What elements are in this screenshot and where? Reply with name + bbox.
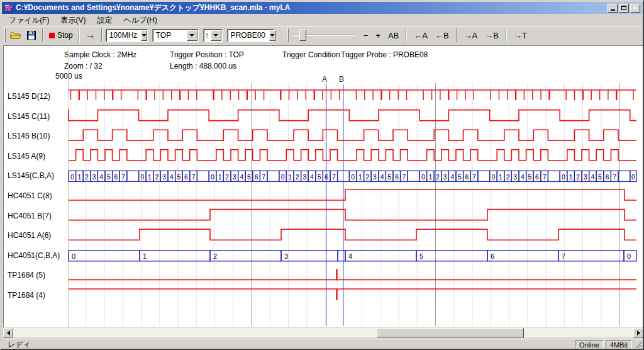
move-a-right-button[interactable]: →A [460,28,482,43]
scroll-left-button[interactable] [3,328,13,337]
single-run-button[interactable]: → [83,28,98,43]
sample-clock-combobox[interactable]: 100MHz [106,29,148,42]
status-bar: レディ Online 4MBit [3,339,643,350]
goto-ab-button[interactable]: AB [384,28,402,43]
move-b-right-button[interactable]: →B [481,28,502,43]
floppy-disk-icon [27,31,36,40]
horizontal-scrollbar[interactable] [3,328,643,337]
app-window: C:¥Documents and Settings¥noname¥デスクトップ¥… [0,0,644,350]
move-b-left-button[interactable]: ←B [431,28,453,43]
cursor-a-label[interactable]: A [322,75,327,84]
trigger-position-combobox[interactable]: TOP [152,29,199,42]
menu-item[interactable]: ヘルプ(H) [118,14,163,27]
trigger-probe-combobox[interactable]: PROBE00 [227,29,274,42]
minimize-button[interactable] [608,4,618,13]
channel-label[interactable]: LS145(C,B,A) [8,171,54,180]
stop-icon [49,33,55,38]
goto-trigger-button[interactable]: →T [510,28,531,43]
toolbar-separator [406,28,407,42]
toolbar-separator [79,28,80,42]
channel-label[interactable]: LS145 A(9) [8,152,45,161]
toolbar-separator [456,28,457,42]
memory-status-badge: 4MBit [606,340,632,349]
combo-dropdown-button[interactable] [211,30,221,41]
channel-label[interactable]: TP1684 (5) [8,271,45,279]
arrow-right-icon [637,330,640,336]
menu-item[interactable]: ファイル(F) [3,14,55,27]
channel-label[interactable]: HC4051 C(8) [8,191,52,200]
zoom-info: Zoom : / 32 [64,62,103,71]
channel-label[interactable]: HC4051 B(7) [8,212,52,220]
move-a-left-button[interactable]: ←A [410,28,431,43]
toolbar-separator [282,28,283,42]
combo-dropdown-button[interactable] [187,30,197,41]
length-info: Length : 488.000 us [170,62,236,71]
trigger-edge-combobox[interactable]: ↑ [203,29,223,42]
menu-item[interactable]: 表示(V) [55,14,91,27]
trigger-condition-info: Trigger Condition : ↓ [282,50,350,59]
arrow-left-icon [7,330,10,336]
maximize-button[interactable] [619,4,629,13]
zoom-slider[interactable] [292,28,355,42]
channel-label[interactable]: HC4051(C,B,A) [8,251,60,260]
close-button[interactable]: × [630,4,640,13]
toolbar-separator [506,28,507,42]
toolbar: Stop → 100MHz TOP ↑ PROBE00 − + AB [2,26,642,44]
toolbar-grip[interactable] [4,28,6,42]
channel-label[interactable]: TP1684 (4) [8,291,45,300]
waveform-panel [3,45,643,327]
toolbar-grip[interactable] [287,28,289,42]
trigger-probe-info: Trigger Probe : PROBE08 [341,50,428,59]
toolbar-separator [101,28,103,42]
open-file-button[interactable] [8,28,24,43]
toolbar-separator [42,28,43,42]
zoom-in-button[interactable]: + [372,28,384,43]
time-scale-label: 5000 us [55,72,82,81]
channel-label[interactable]: HC4051 A(6) [8,231,51,240]
resize-grip[interactable] [634,341,642,349]
trigger-probe-value: PROBE00 [228,31,269,40]
window-title: C:¥Documents and Settings¥noname¥デスクトップ¥… [16,3,604,13]
label-column-divider [68,45,69,327]
channel-label[interactable]: LS145 B(10) [8,132,50,140]
trigger-edge-value: ↑ [204,31,210,40]
scroll-right-button[interactable] [633,328,643,337]
chevron-down-icon [270,34,275,37]
sample-clock-info: Sample Clock : 2MHz [64,50,136,59]
chevron-down-icon [142,34,147,37]
save-button[interactable] [24,28,39,43]
minimize-icon [611,9,615,11]
stop-label: Stop [57,31,73,40]
zoom-slider-handle[interactable] [299,30,306,41]
app-icon [4,4,13,13]
combo-dropdown-button[interactable] [141,30,147,41]
channel-label[interactable]: LS145 D(12) [8,92,50,101]
trigger-position-value: TOP [153,31,186,40]
menu-bar: ファイル(F)表示(V)設定ヘルプ(H) [2,14,642,26]
scrollbar-thumb[interactable] [377,328,524,337]
channel-label[interactable]: LS145 C(11) [8,112,50,121]
menu-item[interactable]: 設定 [91,14,118,27]
stop-button[interactable]: Stop [47,28,75,43]
sample-clock-value: 100MHz [106,31,141,40]
maximize-icon [621,6,626,10]
trigger-position-info: Trigger Position : TOP [170,50,244,59]
status-message: レディ [4,339,573,350]
online-status-badge: Online [575,340,604,349]
cursor-b-label[interactable]: B [339,75,344,84]
chevron-down-icon [189,34,194,37]
close-icon: × [633,5,637,11]
open-folder-icon [10,31,21,40]
title-bar[interactable]: C:¥Documents and Settings¥noname¥デスクトップ¥… [2,2,642,14]
zoom-out-button[interactable]: − [360,28,372,43]
combo-dropdown-button[interactable] [269,30,275,41]
chevron-down-icon [213,34,218,37]
